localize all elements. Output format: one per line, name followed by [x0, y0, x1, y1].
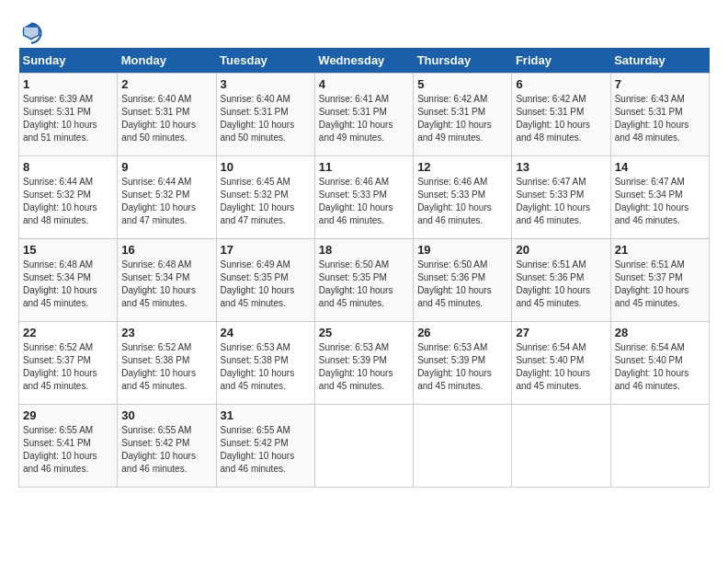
calendar-cell: 26Sunrise: 6:53 AM Sunset: 5:39 PM Dayli… — [414, 322, 512, 405]
day-number: 16 — [121, 243, 211, 257]
day-info: Sunrise: 6:50 AM Sunset: 5:35 PM Dayligh… — [319, 259, 409, 310]
day-number: 30 — [121, 408, 211, 422]
calendar-container: SundayMondayTuesdayWednesdayThursdayFrid… — [18, 18, 710, 488]
day-info: Sunrise: 6:53 AM Sunset: 5:39 PM Dayligh… — [319, 341, 409, 393]
day-number: 31 — [221, 408, 311, 422]
calendar-cell: 20Sunrise: 6:51 AM Sunset: 5:36 PM Dayli… — [512, 239, 610, 322]
day-info: Sunrise: 6:41 AM Sunset: 5:31 PM Dayligh… — [319, 93, 409, 144]
day-number: 20 — [516, 243, 606, 257]
day-info: Sunrise: 6:39 AM Sunset: 5:31 PM Dayligh… — [23, 93, 113, 144]
day-info: Sunrise: 6:53 AM Sunset: 5:38 PM Dayligh… — [221, 341, 311, 393]
calendar-table: SundayMondayTuesdayWednesdayThursdayFrid… — [18, 48, 710, 488]
calendar-cell: 10Sunrise: 6:45 AM Sunset: 5:32 PM Dayli… — [216, 156, 314, 239]
day-number: 26 — [417, 326, 507, 339]
day-info: Sunrise: 6:40 AM Sunset: 5:31 PM Dayligh… — [121, 93, 211, 144]
day-number: 12 — [417, 160, 507, 174]
day-info: Sunrise: 6:46 AM Sunset: 5:33 PM Dayligh… — [319, 176, 409, 227]
page-header — [18, 18, 710, 44]
day-info: Sunrise: 6:48 AM Sunset: 5:34 PM Dayligh… — [121, 259, 211, 310]
calendar-cell: 29Sunrise: 6:55 AM Sunset: 5:41 PM Dayli… — [19, 405, 118, 488]
calendar-cell: 16Sunrise: 6:48 AM Sunset: 5:34 PM Dayli… — [118, 239, 216, 322]
day-number: 14 — [615, 160, 705, 174]
day-number: 8 — [23, 160, 113, 174]
day-info: Sunrise: 6:49 AM Sunset: 5:35 PM Dayligh… — [221, 259, 311, 310]
calendar-cell: 3Sunrise: 6:40 AM Sunset: 5:31 PM Daylig… — [216, 74, 314, 156]
day-info: Sunrise: 6:54 AM Sunset: 5:40 PM Dayligh… — [615, 341, 705, 393]
calendar-cell: 7Sunrise: 6:43 AM Sunset: 5:31 PM Daylig… — [610, 74, 709, 156]
calendar-cell: 25Sunrise: 6:53 AM Sunset: 5:39 PM Dayli… — [314, 322, 413, 405]
day-info: Sunrise: 6:50 AM Sunset: 5:36 PM Dayligh… — [417, 259, 507, 310]
day-number: 10 — [221, 160, 311, 174]
calendar-cell: 12Sunrise: 6:46 AM Sunset: 5:33 PM Dayli… — [414, 156, 512, 239]
day-number: 18 — [319, 243, 409, 257]
day-number: 2 — [121, 77, 211, 91]
calendar-cell: 24Sunrise: 6:53 AM Sunset: 5:38 PM Dayli… — [216, 322, 314, 405]
calendar-cell: 30Sunrise: 6:55 AM Sunset: 5:42 PM Dayli… — [118, 405, 216, 488]
day-info: Sunrise: 6:55 AM Sunset: 5:42 PM Dayligh… — [221, 424, 311, 476]
calendar-cell — [414, 405, 512, 488]
calendar-cell — [314, 405, 413, 488]
day-info: Sunrise: 6:42 AM Sunset: 5:31 PM Dayligh… — [417, 93, 507, 144]
day-number: 9 — [121, 160, 211, 174]
day-number: 21 — [615, 243, 705, 257]
weekday-header-saturday: Saturday — [610, 48, 709, 74]
calendar-cell: 21Sunrise: 6:51 AM Sunset: 5:37 PM Dayli… — [610, 239, 709, 322]
calendar-cell: 4Sunrise: 6:41 AM Sunset: 5:31 PM Daylig… — [314, 74, 413, 156]
calendar-cell: 18Sunrise: 6:50 AM Sunset: 5:35 PM Dayli… — [314, 239, 413, 322]
day-info: Sunrise: 6:53 AM Sunset: 5:39 PM Dayligh… — [417, 341, 507, 393]
day-number: 17 — [221, 243, 311, 257]
weekday-header-friday: Friday — [512, 48, 610, 74]
day-number: 4 — [319, 77, 409, 91]
weekday-header-row: SundayMondayTuesdayWednesdayThursdayFrid… — [19, 48, 710, 74]
day-info: Sunrise: 6:42 AM Sunset: 5:31 PM Dayligh… — [516, 93, 606, 144]
weekday-header-monday: Monday — [118, 48, 216, 74]
day-info: Sunrise: 6:51 AM Sunset: 5:36 PM Dayligh… — [516, 259, 606, 310]
day-info: Sunrise: 6:47 AM Sunset: 5:33 PM Dayligh… — [516, 176, 606, 227]
day-info: Sunrise: 6:44 AM Sunset: 5:32 PM Dayligh… — [121, 176, 211, 227]
calendar-cell — [610, 405, 709, 488]
calendar-cell: 6Sunrise: 6:42 AM Sunset: 5:31 PM Daylig… — [512, 74, 610, 156]
day-number: 28 — [615, 326, 705, 339]
day-number: 23 — [121, 326, 211, 339]
calendar-cell: 13Sunrise: 6:47 AM Sunset: 5:33 PM Dayli… — [512, 156, 610, 239]
logo-icon — [18, 18, 44, 44]
weekday-header-tuesday: Tuesday — [216, 48, 314, 74]
calendar-cell: 23Sunrise: 6:52 AM Sunset: 5:38 PM Dayli… — [118, 322, 216, 405]
calendar-cell: 1Sunrise: 6:39 AM Sunset: 5:31 PM Daylig… — [19, 74, 118, 156]
day-number: 27 — [516, 326, 606, 339]
calendar-cell: 17Sunrise: 6:49 AM Sunset: 5:35 PM Dayli… — [216, 239, 314, 322]
logo-area — [18, 18, 48, 44]
calendar-week-row: 15Sunrise: 6:48 AM Sunset: 5:34 PM Dayli… — [19, 239, 710, 322]
day-info: Sunrise: 6:55 AM Sunset: 5:41 PM Dayligh… — [23, 424, 113, 476]
day-number: 5 — [417, 77, 507, 91]
calendar-cell: 8Sunrise: 6:44 AM Sunset: 5:32 PM Daylig… — [19, 156, 118, 239]
day-info: Sunrise: 6:48 AM Sunset: 5:34 PM Dayligh… — [23, 259, 113, 310]
day-number: 3 — [221, 77, 311, 91]
calendar-week-row: 22Sunrise: 6:52 AM Sunset: 5:37 PM Dayli… — [19, 322, 710, 405]
day-number: 11 — [319, 160, 409, 174]
calendar-week-row: 29Sunrise: 6:55 AM Sunset: 5:41 PM Dayli… — [19, 405, 710, 488]
day-info: Sunrise: 6:51 AM Sunset: 5:37 PM Dayligh… — [615, 259, 705, 310]
calendar-week-row: 8Sunrise: 6:44 AM Sunset: 5:32 PM Daylig… — [19, 156, 710, 239]
day-number: 15 — [23, 243, 113, 257]
calendar-cell: 19Sunrise: 6:50 AM Sunset: 5:36 PM Dayli… — [414, 239, 512, 322]
day-number: 22 — [23, 326, 113, 339]
calendar-cell: 27Sunrise: 6:54 AM Sunset: 5:40 PM Dayli… — [512, 322, 610, 405]
day-number: 25 — [319, 326, 409, 339]
day-number: 24 — [221, 326, 311, 339]
day-info: Sunrise: 6:47 AM Sunset: 5:34 PM Dayligh… — [615, 176, 705, 227]
day-number: 29 — [23, 408, 113, 422]
calendar-cell — [512, 405, 610, 488]
calendar-cell: 15Sunrise: 6:48 AM Sunset: 5:34 PM Dayli… — [19, 239, 118, 322]
day-number: 6 — [516, 77, 606, 91]
day-info: Sunrise: 6:46 AM Sunset: 5:33 PM Dayligh… — [417, 176, 507, 227]
day-number: 7 — [615, 77, 705, 91]
day-info: Sunrise: 6:52 AM Sunset: 5:37 PM Dayligh… — [23, 341, 113, 393]
day-info: Sunrise: 6:45 AM Sunset: 5:32 PM Dayligh… — [221, 176, 311, 227]
calendar-cell: 11Sunrise: 6:46 AM Sunset: 5:33 PM Dayli… — [314, 156, 413, 239]
day-info: Sunrise: 6:52 AM Sunset: 5:38 PM Dayligh… — [121, 341, 211, 393]
calendar-cell: 14Sunrise: 6:47 AM Sunset: 5:34 PM Dayli… — [610, 156, 709, 239]
day-info: Sunrise: 6:43 AM Sunset: 5:31 PM Dayligh… — [615, 93, 705, 144]
weekday-header-thursday: Thursday — [414, 48, 512, 74]
calendar-cell: 22Sunrise: 6:52 AM Sunset: 5:37 PM Dayli… — [19, 322, 118, 405]
